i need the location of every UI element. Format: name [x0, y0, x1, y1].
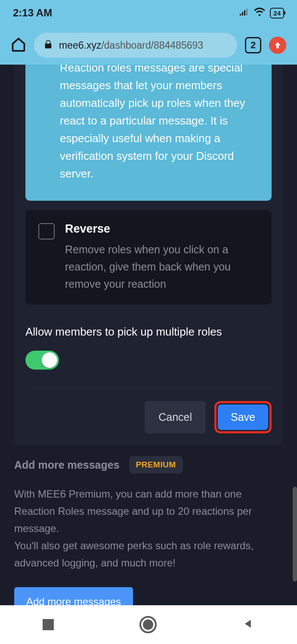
- wifi-icon: [254, 6, 266, 20]
- battery-icon: 24: [270, 8, 284, 19]
- allow-multiple-label: Allow members to pick up multiple roles: [25, 325, 272, 339]
- save-button[interactable]: Save: [218, 404, 268, 430]
- status-bar: 2:13 AM 24: [0, 0, 297, 26]
- cancel-button[interactable]: Cancel: [145, 401, 206, 433]
- reverse-checkbox[interactable]: [38, 223, 55, 240]
- nav-home-icon[interactable]: [139, 616, 157, 633]
- nav-back-icon[interactable]: [242, 618, 254, 632]
- tabs-button[interactable]: 2: [245, 37, 261, 53]
- nav-bar: [0, 605, 297, 644]
- signal-icon: [239, 7, 249, 19]
- svg-rect-3: [246, 9, 248, 16]
- info-text: Reaction roles messages are special mess…: [60, 65, 254, 183]
- settings-card: Reaction roles messages are special mess…: [14, 65, 283, 445]
- reverse-title: Reverse: [65, 222, 259, 236]
- toggle-knob: [42, 352, 57, 368]
- allow-multiple-toggle[interactable]: [25, 351, 59, 370]
- add-more-messages-title: Add more messages: [14, 459, 120, 471]
- svg-rect-2: [244, 10, 245, 16]
- svg-rect-0: [240, 14, 241, 16]
- premium-header: Add more messages PREMIUM: [14, 456, 283, 473]
- reverse-description: Remove roles when you click on a reactio…: [65, 241, 259, 292]
- divider: [25, 387, 272, 387]
- update-icon[interactable]: [269, 37, 286, 54]
- status-icons: 24: [239, 6, 284, 20]
- page-content: Reaction roles messages are special mess…: [0, 65, 297, 605]
- nav-recent-icon[interactable]: [43, 619, 54, 630]
- home-icon[interactable]: [11, 37, 26, 54]
- reverse-content: Reverse Remove roles when you click on a…: [65, 222, 259, 292]
- lock-icon: [43, 40, 53, 51]
- url-text: mee6.xyz/dashboard/884485693: [59, 40, 203, 51]
- premium-description: With MEE6 Premium, you can add more than…: [14, 485, 283, 572]
- svg-rect-1: [242, 12, 243, 16]
- url-bar[interactable]: mee6.xyz/dashboard/884485693: [34, 33, 237, 58]
- add-more-messages-button[interactable]: Add more messages: [14, 587, 133, 605]
- premium-badge: PREMIUM: [129, 456, 183, 473]
- button-row: Cancel Save: [25, 401, 272, 433]
- status-time: 2:13 AM: [13, 7, 52, 19]
- scrollbar[interactable]: [293, 487, 297, 582]
- save-button-highlight: Save: [214, 401, 272, 433]
- info-box: Reaction roles messages are special mess…: [25, 65, 272, 201]
- reverse-option: Reverse Remove roles when you click on a…: [25, 210, 272, 305]
- browser-bar: mee6.xyz/dashboard/884485693 2: [0, 26, 297, 65]
